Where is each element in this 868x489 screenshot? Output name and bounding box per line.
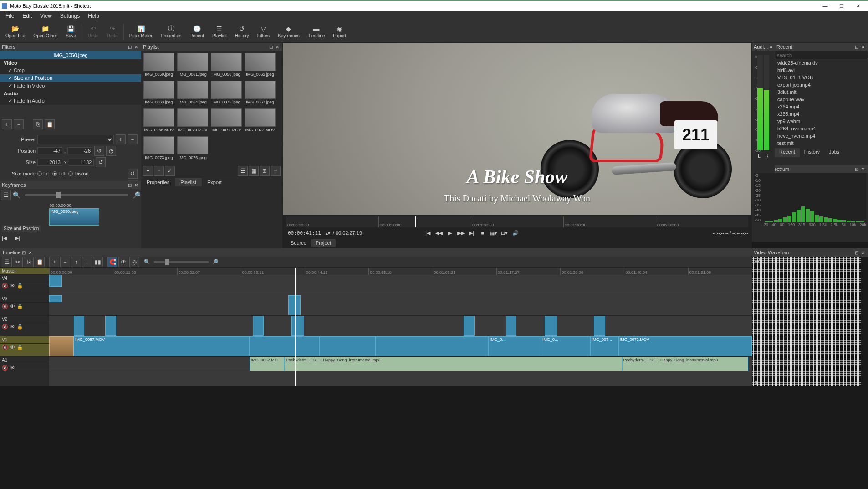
- playlist-item[interactable]: IMG_0075.jpeg: [210, 81, 242, 107]
- spectrum-undock-icon[interactable]: ⊡: [853, 167, 860, 172]
- playlist-item[interactable]: IMG_0071.MOV: [210, 108, 242, 134]
- clip[interactable]: IMG_0...: [541, 336, 590, 356]
- track-v4-head[interactable]: V4: [0, 275, 49, 282]
- clip[interactable]: [74, 316, 84, 336]
- sizemode-fit[interactable]: Fit: [37, 171, 49, 176]
- clip[interactable]: [464, 316, 474, 336]
- playlist-item[interactable]: IMG_0062.jpeg: [244, 53, 276, 79]
- playlist-item[interactable]: IMG_0063.jpeg: [143, 81, 175, 107]
- preview-viewport[interactable]: 211 A Bike Show This Ducati by Michael W…: [283, 43, 751, 215]
- recent-close-icon[interactable]: ✕: [860, 45, 866, 50]
- filters-undock-icon[interactable]: ⊡: [127, 45, 133, 50]
- tl-lift-button[interactable]: ↑: [71, 257, 81, 267]
- volume-button[interactable]: 🔊: [511, 229, 520, 237]
- clip[interactable]: [320, 336, 376, 356]
- recent-item[interactable]: capture.wav: [775, 96, 868, 103]
- playlist-item[interactable]: IMG_0073.jpeg: [143, 136, 175, 162]
- skip-prev-button[interactable]: |◀: [424, 229, 432, 237]
- recent-item[interactable]: hevc_nvenc.mp4: [775, 132, 868, 139]
- clip[interactable]: [291, 316, 304, 336]
- undo-button[interactable]: ↶Undo: [84, 24, 102, 39]
- peak-meter-button[interactable]: 📊Peak Meter: [126, 24, 156, 39]
- pos-keyframe-button[interactable]: ◔: [106, 146, 116, 156]
- tl-ripple-button[interactable]: ◎: [129, 257, 139, 267]
- waveform-undock-icon[interactable]: ⊡: [853, 250, 860, 255]
- keyframes-button[interactable]: ◆Keyframes: [274, 24, 303, 39]
- pl-remove-button[interactable]: −: [154, 166, 164, 176]
- menu-view[interactable]: View: [36, 12, 56, 20]
- timeline-content[interactable]: 00:00:00:0000:00:11:0300:00:22:0700:00:3…: [49, 268, 752, 386]
- size-w-input[interactable]: [37, 159, 62, 166]
- pl-view-details-button[interactable]: ≡: [271, 166, 281, 176]
- save-button[interactable]: 💾Save: [62, 24, 80, 39]
- kf-next-button[interactable]: ▶|: [15, 235, 20, 241]
- clip[interactable]: [250, 336, 320, 356]
- clip[interactable]: [253, 316, 263, 336]
- recent-item[interactable]: export job.mp4: [775, 81, 868, 88]
- track-v4[interactable]: [49, 275, 752, 295]
- track-v2-head[interactable]: V2: [0, 316, 49, 323]
- clip[interactable]: [376, 336, 488, 356]
- clip[interactable]: [594, 316, 605, 336]
- track-v3-head[interactable]: V3: [0, 295, 49, 303]
- recent-item[interactable]: 3dlut.mlt: [775, 88, 868, 96]
- kf-menu-button[interactable]: ☰: [1, 190, 11, 200]
- current-timecode[interactable]: 00:00:41:11: [286, 229, 323, 237]
- clip[interactable]: IMG_007...: [590, 336, 618, 356]
- close-button[interactable]: ✕: [850, 0, 866, 11]
- play-button[interactable]: ▶: [446, 229, 454, 237]
- menu-edit[interactable]: Edit: [19, 12, 36, 20]
- tl-overwrite-button[interactable]: ↓: [82, 257, 92, 267]
- track-v3[interactable]: [49, 295, 752, 316]
- playlist-item[interactable]: IMG_0059.jpeg: [143, 53, 175, 79]
- track-v2[interactable]: [49, 316, 752, 336]
- playlist-item[interactable]: IMG_0070.MOV: [177, 108, 209, 134]
- recent-item[interactable]: wide25-cinema.dv: [775, 59, 868, 67]
- timeline-ruler[interactable]: 00:00:00:0000:00:11:0300:00:22:0700:00:3…: [49, 268, 752, 275]
- timeline-button[interactable]: ▬Timeline: [304, 24, 328, 39]
- recent-item[interactable]: test.mlt: [775, 139, 868, 147]
- kf-prev-button[interactable]: |◀: [2, 235, 7, 241]
- playlist-item[interactable]: IMG_0066.MOV: [143, 108, 175, 134]
- zoom-out-icon[interactable]: 🔍: [13, 191, 20, 199]
- playlist-button[interactable]: ☰Playlist: [209, 24, 230, 39]
- pl-view-icons-button[interactable]: ⊞: [260, 166, 270, 176]
- tc-stepper[interactable]: ▴▾: [326, 231, 330, 236]
- preview-ruler[interactable]: 00:00:00:00 00:00:30:00 00:01:00:00 00:0…: [286, 216, 748, 227]
- open-file-button[interactable]: 📂Open File: [2, 24, 29, 39]
- recent-item[interactable]: hiri5.avi: [775, 67, 868, 74]
- track-v1-head[interactable]: V1: [0, 336, 49, 344]
- keyframes-undock-icon[interactable]: ⊡: [127, 183, 133, 188]
- audio-clip[interactable]: Pachyderm_-_13_-_Happy_Song_instrumental…: [622, 357, 749, 371]
- pos-y-input[interactable]: [67, 147, 92, 154]
- size-reset-button[interactable]: ↺: [96, 157, 106, 167]
- preset-select[interactable]: [37, 135, 114, 144]
- track-lock-icon[interactable]: 🔓: [17, 304, 23, 309]
- menu-file[interactable]: File: [2, 12, 18, 20]
- stop-button[interactable]: ■: [479, 229, 487, 237]
- playlist-item[interactable]: IMG_0076.jpeg: [177, 136, 209, 162]
- track-mute-icon[interactable]: 🔇: [2, 304, 8, 309]
- pl-view-tiles-button[interactable]: ▦: [249, 166, 259, 176]
- tl-copy-button[interactable]: ⎘: [24, 257, 34, 267]
- sizemode-distort[interactable]: Distort: [68, 171, 89, 176]
- timeline-playhead[interactable]: [295, 268, 296, 386]
- rewind-button[interactable]: ◀◀: [435, 229, 443, 237]
- clip[interactable]: [545, 316, 557, 336]
- recent-button[interactable]: 🕒Recent: [186, 24, 208, 39]
- track-lock-icon[interactable]: 🔓: [17, 324, 23, 330]
- kf-zoom-slider[interactable]: [25, 194, 128, 196]
- tl-zoom-in-icon[interactable]: 🔎: [212, 259, 219, 265]
- copy-filter-button[interactable]: ⎘: [33, 119, 43, 129]
- playlist-item[interactable]: IMG_0072.MOV: [244, 108, 276, 134]
- filters-button[interactable]: ▽Filters: [254, 24, 273, 39]
- track-mute-icon[interactable]: 🔇: [2, 324, 8, 330]
- zoom-menu-button[interactable]: ▦▾: [490, 229, 498, 237]
- clip[interactable]: IMG_0057.MOV: [74, 336, 250, 356]
- sizemode-fill[interactable]: Fill: [52, 171, 65, 176]
- filter-fade-in-video[interactable]: ✓Fade In Video: [0, 82, 141, 90]
- export-button[interactable]: ◉Export: [329, 24, 350, 39]
- track-mute-icon[interactable]: 🔇: [2, 345, 8, 350]
- pos-reset-button[interactable]: ↺: [94, 146, 104, 156]
- maximize-button[interactable]: ☐: [833, 0, 850, 11]
